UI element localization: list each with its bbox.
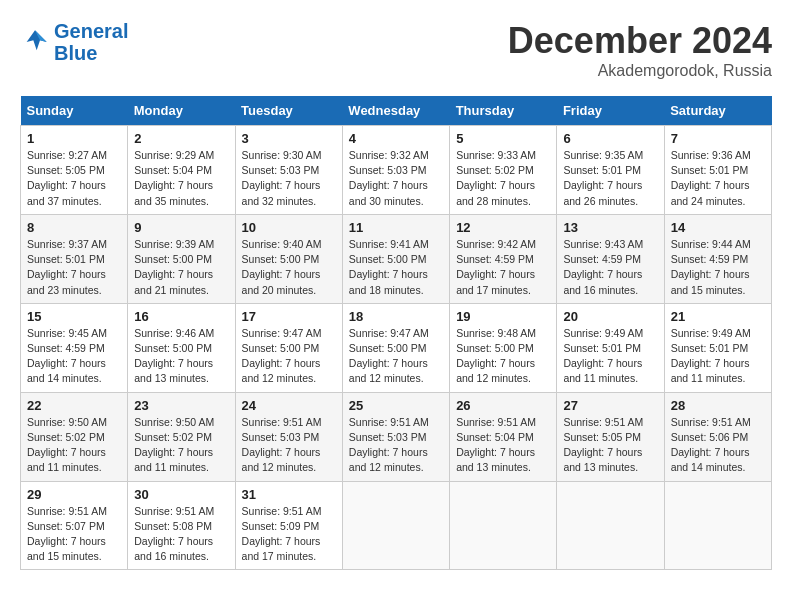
day-number: 10 [242, 220, 336, 235]
cell-info: Sunrise: 9:47 AMSunset: 5:00 PMDaylight:… [349, 326, 443, 387]
calendar-cell: 20Sunrise: 9:49 AMSunset: 5:01 PMDayligh… [557, 303, 664, 392]
calendar-cell: 6Sunrise: 9:35 AMSunset: 5:01 PMDaylight… [557, 126, 664, 215]
calendar-cell: 9Sunrise: 9:39 AMSunset: 5:00 PMDaylight… [128, 214, 235, 303]
cell-info: Sunrise: 9:41 AMSunset: 5:00 PMDaylight:… [349, 237, 443, 298]
calendar-cell: 17Sunrise: 9:47 AMSunset: 5:00 PMDayligh… [235, 303, 342, 392]
cell-info: Sunrise: 9:51 AMSunset: 5:07 PMDaylight:… [27, 504, 121, 565]
cell-info: Sunrise: 9:51 AMSunset: 5:03 PMDaylight:… [242, 415, 336, 476]
logo: General Blue [20, 20, 128, 64]
calendar-cell: 30Sunrise: 9:51 AMSunset: 5:08 PMDayligh… [128, 481, 235, 570]
day-number: 12 [456, 220, 550, 235]
weekday-header-wednesday: Wednesday [342, 96, 449, 126]
weekday-header-thursday: Thursday [450, 96, 557, 126]
day-number: 30 [134, 487, 228, 502]
cell-info: Sunrise: 9:51 AMSunset: 5:08 PMDaylight:… [134, 504, 228, 565]
day-number: 13 [563, 220, 657, 235]
cell-info: Sunrise: 9:29 AMSunset: 5:04 PMDaylight:… [134, 148, 228, 209]
page-header: General Blue December 2024 Akademgorodok… [20, 20, 772, 80]
cell-info: Sunrise: 9:51 AMSunset: 5:04 PMDaylight:… [456, 415, 550, 476]
weekday-header-monday: Monday [128, 96, 235, 126]
weekday-header-row: SundayMondayTuesdayWednesdayThursdayFrid… [21, 96, 772, 126]
calendar-cell: 14Sunrise: 9:44 AMSunset: 4:59 PMDayligh… [664, 214, 771, 303]
calendar-cell: 19Sunrise: 9:48 AMSunset: 5:00 PMDayligh… [450, 303, 557, 392]
calendar-cell [664, 481, 771, 570]
day-number: 27 [563, 398, 657, 413]
day-number: 14 [671, 220, 765, 235]
logo-text: General Blue [54, 20, 128, 64]
cell-info: Sunrise: 9:50 AMSunset: 5:02 PMDaylight:… [134, 415, 228, 476]
cell-info: Sunrise: 9:27 AMSunset: 5:05 PMDaylight:… [27, 148, 121, 209]
cell-info: Sunrise: 9:51 AMSunset: 5:05 PMDaylight:… [563, 415, 657, 476]
cell-info: Sunrise: 9:47 AMSunset: 5:00 PMDaylight:… [242, 326, 336, 387]
cell-info: Sunrise: 9:48 AMSunset: 5:00 PMDaylight:… [456, 326, 550, 387]
day-number: 16 [134, 309, 228, 324]
day-number: 8 [27, 220, 121, 235]
calendar-cell: 22Sunrise: 9:50 AMSunset: 5:02 PMDayligh… [21, 392, 128, 481]
cell-info: Sunrise: 9:30 AMSunset: 5:03 PMDaylight:… [242, 148, 336, 209]
calendar-cell [450, 481, 557, 570]
cell-info: Sunrise: 9:42 AMSunset: 4:59 PMDaylight:… [456, 237, 550, 298]
day-number: 20 [563, 309, 657, 324]
calendar-week-row: 1Sunrise: 9:27 AMSunset: 5:05 PMDaylight… [21, 126, 772, 215]
calendar-table: SundayMondayTuesdayWednesdayThursdayFrid… [20, 96, 772, 570]
calendar-cell [342, 481, 449, 570]
cell-info: Sunrise: 9:51 AMSunset: 5:03 PMDaylight:… [349, 415, 443, 476]
cell-info: Sunrise: 9:45 AMSunset: 4:59 PMDaylight:… [27, 326, 121, 387]
weekday-header-tuesday: Tuesday [235, 96, 342, 126]
cell-info: Sunrise: 9:36 AMSunset: 5:01 PMDaylight:… [671, 148, 765, 209]
day-number: 28 [671, 398, 765, 413]
calendar-cell: 1Sunrise: 9:27 AMSunset: 5:05 PMDaylight… [21, 126, 128, 215]
day-number: 31 [242, 487, 336, 502]
day-number: 21 [671, 309, 765, 324]
calendar-cell: 7Sunrise: 9:36 AMSunset: 5:01 PMDaylight… [664, 126, 771, 215]
calendar-cell: 26Sunrise: 9:51 AMSunset: 5:04 PMDayligh… [450, 392, 557, 481]
calendar-cell: 8Sunrise: 9:37 AMSunset: 5:01 PMDaylight… [21, 214, 128, 303]
day-number: 23 [134, 398, 228, 413]
cell-info: Sunrise: 9:40 AMSunset: 5:00 PMDaylight:… [242, 237, 336, 298]
calendar-cell: 29Sunrise: 9:51 AMSunset: 5:07 PMDayligh… [21, 481, 128, 570]
calendar-cell: 10Sunrise: 9:40 AMSunset: 5:00 PMDayligh… [235, 214, 342, 303]
day-number: 7 [671, 131, 765, 146]
calendar-cell: 18Sunrise: 9:47 AMSunset: 5:00 PMDayligh… [342, 303, 449, 392]
calendar-week-row: 15Sunrise: 9:45 AMSunset: 4:59 PMDayligh… [21, 303, 772, 392]
day-number: 5 [456, 131, 550, 146]
logo-icon [20, 27, 50, 57]
day-number: 22 [27, 398, 121, 413]
calendar-cell: 25Sunrise: 9:51 AMSunset: 5:03 PMDayligh… [342, 392, 449, 481]
cell-info: Sunrise: 9:49 AMSunset: 5:01 PMDaylight:… [563, 326, 657, 387]
day-number: 18 [349, 309, 443, 324]
day-number: 9 [134, 220, 228, 235]
cell-info: Sunrise: 9:49 AMSunset: 5:01 PMDaylight:… [671, 326, 765, 387]
cell-info: Sunrise: 9:51 AMSunset: 5:06 PMDaylight:… [671, 415, 765, 476]
day-number: 1 [27, 131, 121, 146]
calendar-cell: 2Sunrise: 9:29 AMSunset: 5:04 PMDaylight… [128, 126, 235, 215]
location: Akademgorodok, Russia [508, 62, 772, 80]
cell-info: Sunrise: 9:37 AMSunset: 5:01 PMDaylight:… [27, 237, 121, 298]
day-number: 6 [563, 131, 657, 146]
cell-info: Sunrise: 9:35 AMSunset: 5:01 PMDaylight:… [563, 148, 657, 209]
calendar-cell: 23Sunrise: 9:50 AMSunset: 5:02 PMDayligh… [128, 392, 235, 481]
cell-info: Sunrise: 9:51 AMSunset: 5:09 PMDaylight:… [242, 504, 336, 565]
calendar-cell: 3Sunrise: 9:30 AMSunset: 5:03 PMDaylight… [235, 126, 342, 215]
cell-info: Sunrise: 9:50 AMSunset: 5:02 PMDaylight:… [27, 415, 121, 476]
day-number: 3 [242, 131, 336, 146]
calendar-cell: 11Sunrise: 9:41 AMSunset: 5:00 PMDayligh… [342, 214, 449, 303]
weekday-header-sunday: Sunday [21, 96, 128, 126]
day-number: 15 [27, 309, 121, 324]
calendar-cell: 15Sunrise: 9:45 AMSunset: 4:59 PMDayligh… [21, 303, 128, 392]
calendar-cell: 21Sunrise: 9:49 AMSunset: 5:01 PMDayligh… [664, 303, 771, 392]
calendar-cell: 31Sunrise: 9:51 AMSunset: 5:09 PMDayligh… [235, 481, 342, 570]
calendar-cell: 24Sunrise: 9:51 AMSunset: 5:03 PMDayligh… [235, 392, 342, 481]
day-number: 2 [134, 131, 228, 146]
calendar-cell: 28Sunrise: 9:51 AMSunset: 5:06 PMDayligh… [664, 392, 771, 481]
day-number: 11 [349, 220, 443, 235]
weekday-header-friday: Friday [557, 96, 664, 126]
cell-info: Sunrise: 9:46 AMSunset: 5:00 PMDaylight:… [134, 326, 228, 387]
calendar-cell: 4Sunrise: 9:32 AMSunset: 5:03 PMDaylight… [342, 126, 449, 215]
day-number: 24 [242, 398, 336, 413]
calendar-week-row: 29Sunrise: 9:51 AMSunset: 5:07 PMDayligh… [21, 481, 772, 570]
cell-info: Sunrise: 9:43 AMSunset: 4:59 PMDaylight:… [563, 237, 657, 298]
calendar-cell [557, 481, 664, 570]
day-number: 26 [456, 398, 550, 413]
cell-info: Sunrise: 9:33 AMSunset: 5:02 PMDaylight:… [456, 148, 550, 209]
